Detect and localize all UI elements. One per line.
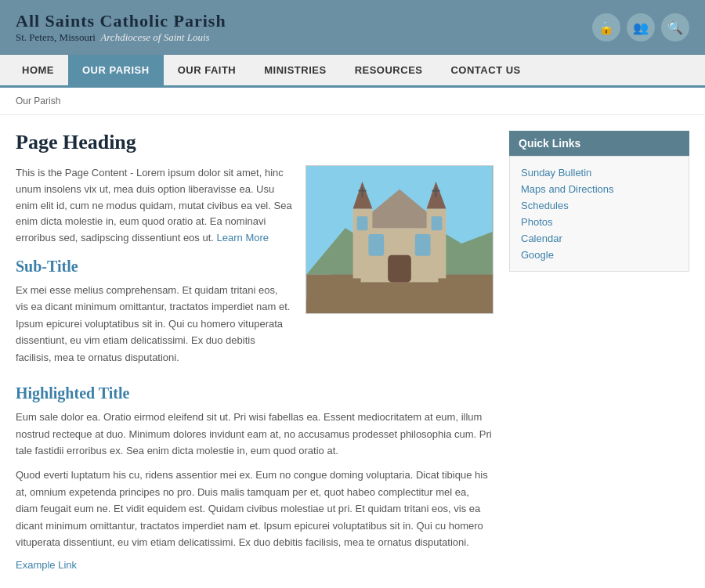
quick-links-list: Sunday Bulletin Maps and Directions Sche… bbox=[509, 156, 689, 272]
parish-location: St. Peters, Missouri bbox=[16, 31, 96, 43]
nav-resources[interactable]: RESOURCES bbox=[341, 55, 437, 85]
nav-ministries[interactable]: MINISTRIES bbox=[250, 55, 340, 85]
svg-rect-16 bbox=[357, 216, 368, 230]
breadcrumb: Our Parish bbox=[0, 88, 705, 115]
nav-our-faith[interactable]: OUR FAITH bbox=[164, 55, 251, 85]
sub-text-paragraph: Ex mei esse melius comprehensam. Et quid… bbox=[16, 282, 293, 366]
learn-more-link[interactable]: Learn More bbox=[217, 232, 269, 243]
page-heading: Page Heading bbox=[16, 131, 494, 154]
content-with-image: This is the Page Content - Lorem ipsum d… bbox=[16, 165, 494, 373]
quick-link-photos[interactable]: Photos bbox=[521, 214, 678, 230]
highlighted-title: Highlighted Title bbox=[16, 384, 494, 402]
search-button[interactable]: 🔍 bbox=[661, 13, 689, 41]
members-button[interactable]: 👥 bbox=[627, 13, 655, 41]
site-header: All Saints Catholic Parish St. Peters, M… bbox=[0, 0, 705, 55]
lock-button[interactable]: 🔒 bbox=[592, 13, 620, 41]
nav-home[interactable]: HOME bbox=[8, 55, 68, 85]
nav-contact-us[interactable]: CONTACT US bbox=[436, 55, 534, 85]
site-logo: All Saints Catholic Parish St. Peters, M… bbox=[16, 11, 226, 44]
sidebar: Quick Links Sunday Bulletin Maps and Dir… bbox=[509, 131, 689, 571]
highlighted-para1: Eum sale dolor ea. Oratio eirmod eleifen… bbox=[16, 409, 494, 459]
main-area: Page Heading This is the Page Content - … bbox=[0, 115, 705, 586]
quick-link-schedules[interactable]: Schedules bbox=[521, 197, 678, 214]
quick-links-title: Quick Links bbox=[509, 131, 689, 156]
header-icon-group: 🔒 👥 🔍 bbox=[592, 13, 689, 41]
main-content: Page Heading This is the Page Content - … bbox=[16, 131, 494, 571]
parish-archdiocese: Archdiocese of Saint Louis bbox=[100, 31, 209, 43]
parish-name: All Saints Catholic Parish bbox=[16, 11, 226, 31]
intro-text-block: This is the Page Content - Lorem ipsum d… bbox=[16, 165, 293, 373]
quick-link-maps-directions[interactable]: Maps and Directions bbox=[521, 181, 678, 197]
main-navigation: HOME OUR PARISH OUR FAITH MINISTRIES RES… bbox=[0, 55, 705, 88]
svg-rect-13 bbox=[388, 255, 411, 283]
highlighted-para2: Quod everti luptatum his cu, ridens asse… bbox=[16, 467, 494, 550]
quick-link-sunday-bulletin[interactable]: Sunday Bulletin bbox=[521, 164, 678, 181]
quick-link-google[interactable]: Google bbox=[521, 247, 678, 263]
svg-rect-15 bbox=[415, 234, 431, 256]
intro-paragraph: This is the Page Content - Lorem ipsum d… bbox=[16, 165, 293, 247]
svg-rect-17 bbox=[432, 216, 443, 230]
parish-subtitle: St. Peters, Missouri Archdiocese of Sain… bbox=[16, 31, 226, 44]
nav-our-parish[interactable]: OUR PARISH bbox=[68, 55, 164, 85]
sub-title: Sub-Title bbox=[16, 258, 293, 276]
example-link[interactable]: Example Link bbox=[16, 559, 494, 571]
quick-link-calendar[interactable]: Calendar bbox=[521, 230, 678, 247]
breadcrumb-text: Our Parish bbox=[16, 96, 60, 106]
church-image bbox=[306, 165, 494, 314]
church-svg bbox=[306, 166, 493, 313]
svg-rect-14 bbox=[368, 234, 384, 256]
